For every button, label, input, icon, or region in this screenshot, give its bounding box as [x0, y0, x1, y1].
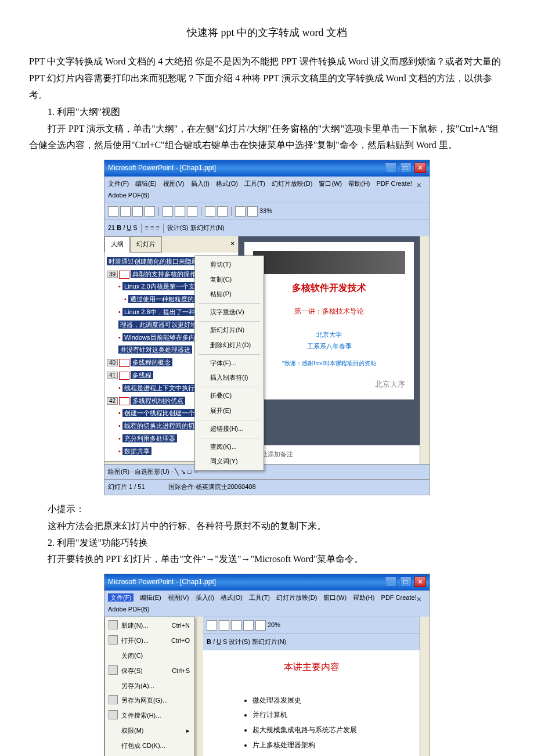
- paste-icon[interactable]: [187, 206, 197, 217]
- outline-item[interactable]: 多线程机制的优点: [131, 397, 185, 405]
- doc-close-icon[interactable]: ×: [417, 178, 421, 193]
- menu-file[interactable]: 文件(F): [108, 593, 134, 602]
- outline-item[interactable]: 充分利用多处理器: [122, 434, 177, 442]
- close-button[interactable]: ×: [414, 163, 426, 173]
- menu-window[interactable]: 窗口(W): [319, 180, 342, 187]
- design-button[interactable]: 设计(S): [167, 222, 189, 234]
- outline-item[interactable]: 通过使用一种粗粒度的: [128, 295, 196, 303]
- undo-icon[interactable]: [205, 206, 215, 217]
- new-icon[interactable]: [108, 206, 118, 217]
- autoshape-menu[interactable]: 自选图形(U): [135, 468, 169, 475]
- ctx-expand[interactable]: 展开(E): [196, 404, 262, 419]
- ctx-symbol[interactable]: 插入制表符(I): [196, 370, 262, 386]
- maximize-button[interactable]: □: [400, 577, 412, 587]
- file-savehtml[interactable]: 另存为网页(G)...: [106, 693, 193, 708]
- pane-close-icon[interactable]: ×: [228, 236, 238, 253]
- outline-item[interactable]: 线程是进程上下文中执行: [122, 384, 196, 392]
- menu-adobe[interactable]: Adobe PDF(B): [108, 606, 150, 613]
- ctx-collapse[interactable]: 折叠(C): [196, 388, 262, 404]
- file-open[interactable]: 打开(O)...Ctrl+O: [106, 633, 193, 649]
- tab-slides[interactable]: 幻灯片: [130, 236, 162, 253]
- file-preview[interactable]: 网页预览(B): [106, 754, 193, 756]
- menu-insert[interactable]: 插入(I): [196, 594, 214, 601]
- minimize-button[interactable]: _: [385, 163, 396, 173]
- file-package[interactable]: 打包成 CD(K)...: [106, 739, 193, 754]
- menu-edit[interactable]: 编辑(E): [140, 594, 161, 601]
- chart-icon[interactable]: [247, 206, 258, 217]
- line-icon[interactable]: ╲: [175, 468, 179, 475]
- shadow-button[interactable]: S: [223, 636, 227, 648]
- newslide-button[interactable]: 新幻灯片(N): [190, 222, 225, 234]
- menu-slideshow[interactable]: 幻灯片放映(D): [272, 180, 312, 187]
- menu-format[interactable]: 格式(O): [216, 180, 238, 187]
- menu-pdf[interactable]: PDF Create!: [377, 180, 412, 187]
- design-button[interactable]: 设计(S): [229, 636, 250, 648]
- menu-insert[interactable]: 插入(I): [191, 180, 210, 187]
- bold-button[interactable]: B: [207, 636, 211, 648]
- print-icon[interactable]: [145, 206, 155, 217]
- ctx-font[interactable]: 字体(F)...: [196, 356, 262, 371]
- ctx-hyperlink[interactable]: 超链接(H)...: [196, 422, 262, 437]
- file-permission[interactable]: 权限(M)▸: [106, 723, 193, 739]
- menu-tools[interactable]: 工具(T): [244, 180, 265, 187]
- align-center-icon[interactable]: ≡: [150, 222, 154, 234]
- redo-icon[interactable]: [217, 206, 228, 217]
- draw-menu[interactable]: 绘图(R): [108, 468, 129, 475]
- maximize-button[interactable]: □: [400, 163, 412, 173]
- cut-icon[interactable]: [163, 206, 173, 217]
- outline-item[interactable]: 创建一个线程比创建一个: [122, 409, 196, 417]
- outline-item[interactable]: Linux 2.6中，提出了一种: [122, 308, 197, 316]
- file-saveas[interactable]: 另存为(A)...: [106, 679, 193, 694]
- file-new[interactable]: 新建(N)...Ctrl+N: [106, 618, 193, 633]
- newslide-button[interactable]: 新幻灯片(N): [252, 636, 286, 648]
- zoom-value[interactable]: 33%: [259, 206, 272, 217]
- ctx-cut[interactable]: 剪切(T): [196, 257, 262, 272]
- menu-slideshow[interactable]: 幻灯片放映(D): [276, 594, 317, 601]
- menu-view[interactable]: 视图(V): [163, 180, 185, 187]
- minimize-button[interactable]: _: [385, 577, 396, 587]
- outline-item[interactable]: 并没有针对这类处理器进: [118, 345, 192, 354]
- cut-icon[interactable]: [207, 620, 217, 631]
- tab-outline[interactable]: 大纲: [104, 236, 130, 253]
- ctx-paste[interactable]: 粘贴(P): [196, 287, 262, 302]
- bold-button[interactable]: B: [117, 222, 121, 234]
- ctx-lookup[interactable]: 查阅(K)...: [196, 440, 262, 455]
- file-search[interactable]: 文件搜索(H)...: [106, 708, 193, 723]
- italic-button[interactable]: I: [213, 636, 215, 648]
- menu-edit[interactable]: 编辑(E): [135, 180, 157, 187]
- menu-view[interactable]: 视图(V): [168, 594, 189, 601]
- open-icon[interactable]: [120, 206, 131, 217]
- italic-button[interactable]: I: [123, 222, 125, 234]
- align-left-icon[interactable]: ≡: [145, 222, 149, 234]
- menu-tools[interactable]: 工具(T): [249, 594, 270, 601]
- align-right-icon[interactable]: ≡: [156, 222, 159, 234]
- ctx-synonym[interactable]: 同义词(Y): [196, 454, 262, 469]
- copy-icon[interactable]: [219, 620, 229, 631]
- arrow-icon[interactable]: ↘: [181, 468, 186, 475]
- outline-item[interactable]: 线程的切换比进程间的切: [122, 422, 196, 430]
- outline-list[interactable]: 时装通过创建简化的接口来隐藏资源复杂性 39典型的支持多核的操作系统 • Lin…: [104, 253, 238, 461]
- table-icon[interactable]: [235, 206, 246, 217]
- redo-icon[interactable]: [255, 620, 266, 631]
- underline-button[interactable]: U: [127, 222, 131, 234]
- file-close[interactable]: 关闭(C): [106, 649, 193, 664]
- paste-icon[interactable]: [231, 620, 241, 631]
- file-save[interactable]: 保存(S)Ctrl+S: [106, 664, 193, 679]
- scrollbar[interactable]: [420, 236, 430, 464]
- outline-item[interactable]: Windows目前能够在多内: [122, 333, 197, 341]
- font-size[interactable]: 21: [108, 222, 115, 234]
- menu-format[interactable]: 格式(O): [221, 594, 243, 601]
- outline-item[interactable]: 理器，此调度器可以更好地: [118, 321, 199, 329]
- ctx-newslide[interactable]: 新幻灯片(N): [196, 323, 262, 338]
- undo-icon[interactable]: [243, 620, 254, 631]
- zoom-value[interactable]: 20%: [268, 620, 280, 631]
- menu-help[interactable]: 帮助(H): [353, 594, 374, 601]
- copy-icon[interactable]: [175, 206, 185, 217]
- outline-item[interactable]: Linux 2.0内核是第一个支: [122, 282, 197, 290]
- menu-file[interactable]: 文件(F): [108, 180, 129, 187]
- outline-item[interactable]: 多线程的概念: [131, 358, 172, 366]
- save-icon[interactable]: [132, 206, 143, 217]
- scrollbar[interactable]: [420, 617, 430, 756]
- doc-close-icon[interactable]: ×: [417, 592, 421, 607]
- ctx-delslide[interactable]: 删除幻灯片(D): [196, 338, 262, 353]
